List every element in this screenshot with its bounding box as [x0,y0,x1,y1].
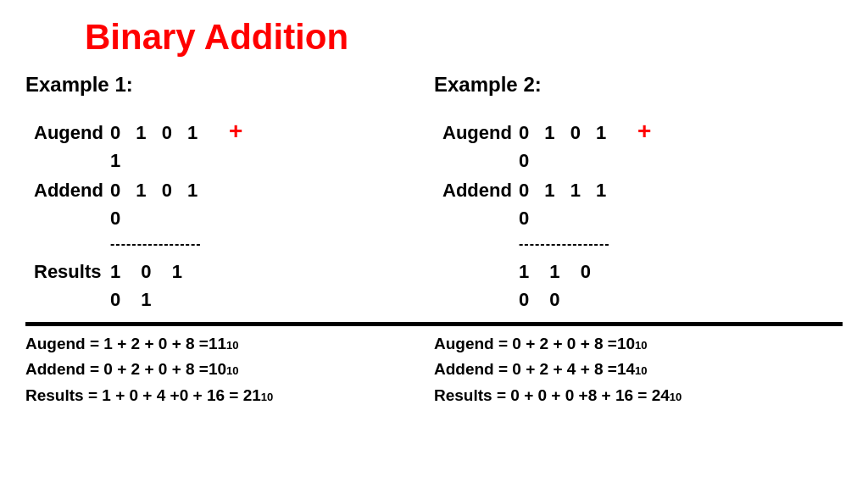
eq2-results-line: Results = 0 + 0 + 0 +8 + 16 = 2410 [434,383,843,408]
example1-augend-value: 0 1 0 1 1 [110,119,220,175]
eq1-block: Augend = 1 + 2 + 0 + 8 =1110 Addend = 0 … [25,331,434,408]
eq2-results-text: Results = 0 + 0 + 0 +8 + 16 = 24 [434,383,670,408]
example2-addend-label: Addend [442,176,519,204]
example2-block: Example 2: Augend 0 1 0 1 0 + Addend 0 1… [434,73,843,315]
example2-results-row: 1 1 0 0 0 [442,258,843,313]
eq2-block: Augend = 0 + 2 + 0 + 8 =1010 Addend = 0 … [434,331,843,408]
eq2-addend-text: Addend = 0 + 2 + 4 + 8 =14 [434,357,635,382]
example2-augend-value: 0 1 0 1 0 [519,119,629,175]
eq1-addend-text: Addend = 0 + 2 + 0 + 8 =10 [25,357,226,382]
eq1-addend-sub: 10 [226,363,238,380]
example2-augend-row: Augend 0 1 0 1 0 + [442,114,843,175]
example1-results-label: Results [34,258,110,286]
example1-augend-row: Augend 0 1 0 1 1 + [34,114,434,175]
eq2-augend-line: Augend = 0 + 2 + 0 + 8 =1010 [434,331,843,357]
eq2-augend-text: Augend = 0 + 2 + 0 + 8 =10 [434,331,635,357]
eq2-results-sub: 10 [670,389,682,407]
example2-addend-value: 0 1 1 1 0 [519,176,629,232]
example1-label: Example 1: [25,73,434,97]
example2-table: Augend 0 1 0 1 0 + Addend 0 1 1 1 0 ----… [442,114,843,313]
example1-table: Augend 0 1 0 1 1 + Addend 0 1 0 1 0 ----… [34,114,434,313]
eq1-addend-line: Addend = 0 + 2 + 0 + 8 =1010 [25,357,434,382]
example2-divider: ----------------- [519,234,843,254]
example1-addend-row: Addend 0 1 0 1 0 [34,176,434,232]
eq2-addend-sub: 10 [635,363,647,380]
example2-plus-icon: + [637,114,651,149]
page-title: Binary Addition [85,17,843,58]
eq1-augend-text: Augend = 1 + 2 + 0 + 8 =11 [25,331,226,357]
example1-divider: ----------------- [110,234,434,254]
example2-results-value: 1 1 0 0 0 [519,258,629,313]
eq1-results-text: Results = 1 + 0 + 4 +0 + 16 = 21 [25,383,261,408]
example1-addend-value: 0 1 0 1 0 [110,176,220,232]
eq1-augend-sub: 10 [226,337,238,355]
example2-label: Example 2: [434,73,843,97]
eq1-results-line: Results = 1 + 0 + 4 +0 + 16 = 2110 [25,383,434,408]
examples-row: Example 1: Augend 0 1 0 1 1 + Addend 0 1… [25,73,843,315]
example1-block: Example 1: Augend 0 1 0 1 1 + Addend 0 1… [25,73,434,315]
equations-section: Augend = 1 + 2 + 0 + 8 =1110 Addend = 0 … [25,331,843,408]
main-separator [25,322,843,326]
example2-augend-label: Augend [442,119,519,147]
example2-addend-row: Addend 0 1 1 1 0 [442,176,843,232]
eq2-augend-sub: 10 [635,337,647,355]
example1-augend-label: Augend [34,119,110,147]
example1-results-row: Results 1 0 1 0 1 [34,258,434,313]
example1-addend-label: Addend [34,176,110,204]
page-container: Binary Addition Example 1: Augend 0 1 0 … [0,0,868,488]
eq2-addend-line: Addend = 0 + 2 + 4 + 8 =1410 [434,357,843,382]
eq1-results-sub: 10 [261,389,273,407]
eq1-augend-line: Augend = 1 + 2 + 0 + 8 =1110 [25,331,434,357]
example1-results-value: 1 0 1 0 1 [110,258,220,313]
example1-plus-icon: + [229,114,242,149]
